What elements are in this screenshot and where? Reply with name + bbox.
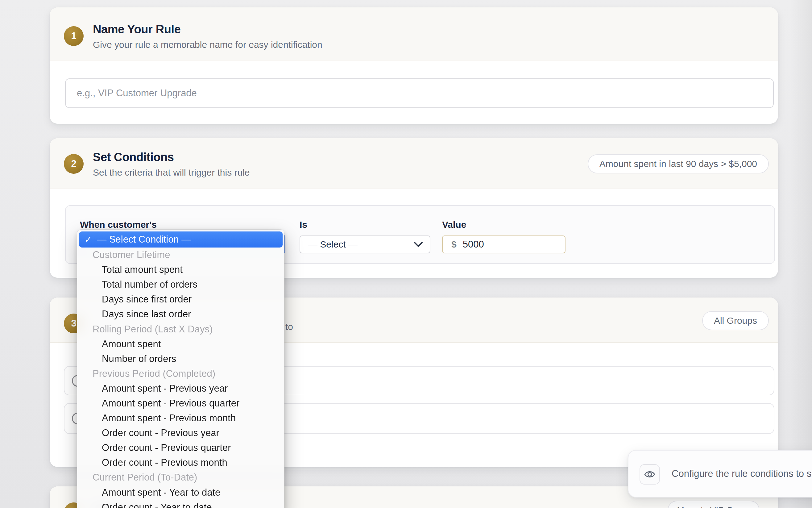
- toast-message: Configure the rule conditions to see: [672, 451, 812, 497]
- dropdown-option[interactable]: Amount spent - Previous year: [77, 381, 284, 396]
- value-input-text: 5000: [463, 239, 484, 250]
- dropdown-option[interactable]: Total number of orders: [77, 277, 284, 292]
- is-label: Is: [300, 219, 307, 230]
- step-1-card: 1 Name Your Rule Give your rule a memora…: [50, 7, 778, 124]
- condition-dropdown-menu: ✓— Select Condition —Customer LifetimeTo…: [77, 229, 284, 508]
- dropdown-group-header: Rolling Period (Last X Days): [77, 322, 284, 336]
- currency-symbol: $: [451, 239, 457, 250]
- value-label: Value: [442, 219, 466, 230]
- dropdown-group-header: Customer Lifetime: [77, 248, 284, 262]
- dropdown-option[interactable]: Days since first order: [77, 292, 284, 307]
- dropdown-option[interactable]: Order count - Previous quarter: [77, 440, 284, 455]
- page-right-gutter: [790, 0, 812, 508]
- step-3-subtitle-fragment: to: [285, 322, 293, 332]
- dropdown-option[interactable]: Total amount spent: [77, 262, 284, 277]
- dropdown-option[interactable]: Amount spent - Previous quarter: [77, 396, 284, 411]
- operator-select[interactable]: — Select —: [300, 236, 431, 253]
- step-1-subtitle: Give your rule a memorable name for easy…: [93, 40, 322, 50]
- dropdown-option[interactable]: ✓— Select Condition —: [79, 231, 283, 248]
- condition-summary-badge: Amount spent in last 90 days > $5,000: [588, 154, 769, 173]
- dropdown-option[interactable]: Order count - Previous month: [77, 455, 284, 470]
- step-1-header: 1 Name Your Rule Give your rule a memora…: [50, 7, 778, 60]
- dropdown-option[interactable]: Order count - Year to date: [77, 500, 284, 508]
- dropdown-option[interactable]: Number of orders: [77, 351, 284, 366]
- dropdown-option[interactable]: Amount spent: [77, 337, 284, 351]
- chevron-down-icon: [414, 242, 423, 247]
- groups-summary-badge: All Groups: [702, 311, 769, 330]
- move-to-summary-badge: Move to VIP Group: [668, 501, 760, 508]
- step-1-number-badge: 1: [64, 26, 84, 46]
- preview-toast: Configure the rule conditions to see: [628, 450, 812, 498]
- dropdown-option[interactable]: Order count - Previous year: [77, 426, 284, 440]
- rule-name-input[interactable]: [65, 78, 774, 108]
- value-input[interactable]: $ 5000: [442, 236, 566, 253]
- step-2-subtitle: Set the criteria that will trigger this …: [93, 167, 250, 178]
- step-2-header: 2 Set Conditions Set the criteria that w…: [50, 138, 778, 189]
- step-2-number-badge: 2: [64, 154, 84, 174]
- dropdown-selected-label: — Select Condition —: [97, 234, 191, 245]
- dropdown-group-header: Previous Period (Completed): [77, 366, 284, 381]
- dropdown-group-header: Current Period (To-Date): [77, 470, 284, 485]
- checkmark-icon: ✓: [85, 234, 92, 245]
- dropdown-option[interactable]: Amount spent - Previous month: [77, 411, 284, 426]
- step-1-title: Name Your Rule: [93, 23, 180, 36]
- rule-builder-page: { "steps": [ { "number": "1", "title": "…: [0, 0, 812, 508]
- step-2-title: Set Conditions: [93, 151, 174, 164]
- dropdown-option[interactable]: Days since last order: [77, 307, 284, 322]
- dropdown-option[interactable]: Amount spent - Year to date: [77, 485, 284, 500]
- eye-icon: [639, 464, 660, 484]
- when-customers-label: When customer's: [80, 219, 157, 230]
- operator-select-value: — Select —: [308, 239, 358, 250]
